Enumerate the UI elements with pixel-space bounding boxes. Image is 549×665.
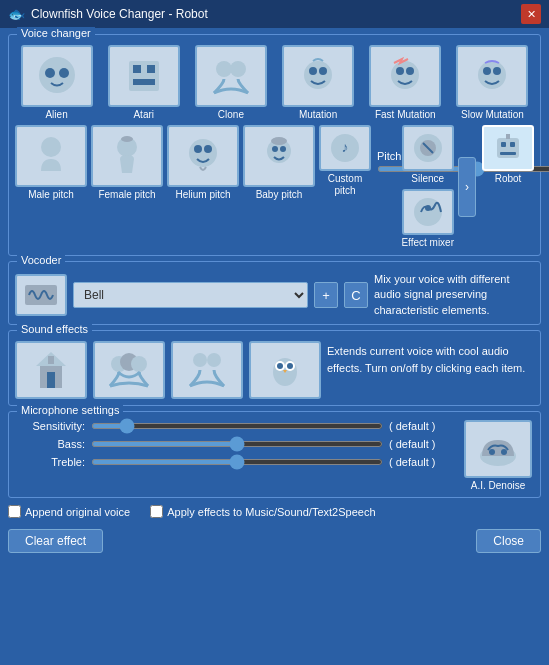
apply-effects-checkbox[interactable] bbox=[150, 505, 163, 518]
voice-item-baby-pitch[interactable]: Baby pitch bbox=[243, 125, 315, 201]
sound-item-people[interactable] bbox=[171, 341, 243, 399]
voice-changer-label: Voice changer bbox=[17, 27, 95, 39]
main-content: Voice changer Alien Atari bbox=[0, 28, 549, 665]
vocoder-label: Vocoder bbox=[17, 254, 65, 266]
svg-point-53 bbox=[277, 363, 283, 369]
voice-item-female-pitch[interactable]: Female pitch bbox=[91, 125, 163, 201]
voice-item-robot[interactable]: Robot bbox=[482, 125, 534, 185]
svg-point-57 bbox=[489, 449, 495, 455]
voice-thumb-silence bbox=[402, 125, 454, 171]
voice-label-clone: Clone bbox=[218, 109, 244, 121]
voice-label-female-pitch: Female pitch bbox=[98, 189, 155, 201]
svg-point-25 bbox=[272, 146, 278, 152]
voice-label-silence: Silence bbox=[411, 173, 444, 185]
sound-effects-group: Sound effects Extends current voice with… bbox=[8, 330, 541, 406]
mic-sensitivity-default: ( default ) bbox=[389, 420, 454, 432]
clear-effect-button[interactable]: Clear effect bbox=[8, 529, 103, 553]
close-button-main[interactable]: Close bbox=[476, 529, 541, 553]
window-title: Clownfish Voice Changer - Robot bbox=[31, 7, 208, 21]
sound-item-owl[interactable] bbox=[249, 341, 321, 399]
svg-point-47 bbox=[131, 356, 147, 372]
sound-effects-description: Extends current voice with cool audio ef… bbox=[327, 341, 534, 376]
mic-sensitivity-slider[interactable] bbox=[91, 423, 383, 429]
sound-item-church[interactable] bbox=[15, 341, 87, 399]
voice-item-fast-mutation[interactable]: Fast Mutation bbox=[364, 45, 447, 121]
voice-thumb-atari bbox=[108, 45, 180, 107]
voice-item-slow-mutation[interactable]: Slow Mutation bbox=[451, 45, 534, 121]
svg-point-48 bbox=[193, 353, 207, 367]
voice-thumb-fast-mutation bbox=[369, 45, 441, 107]
voice-item-helium-pitch[interactable]: Helium pitch bbox=[167, 125, 239, 201]
svg-point-8 bbox=[230, 61, 246, 77]
svg-rect-44 bbox=[48, 356, 54, 364]
voice-grid-top: Alien Atari Clone Mutation bbox=[15, 45, 534, 121]
sound-effects-label: Sound effects bbox=[17, 323, 92, 335]
voice-label-fast-mutation: Fast Mutation bbox=[375, 109, 436, 121]
mic-bass-slider[interactable] bbox=[91, 441, 383, 447]
apply-effects-label[interactable]: Apply effects to Music/Sound/Text2Speech bbox=[150, 505, 375, 518]
sound-item-crowd[interactable] bbox=[93, 341, 165, 399]
ai-denoise-box: A.I. Denoise bbox=[462, 420, 534, 491]
svg-rect-37 bbox=[510, 142, 515, 147]
svg-point-14 bbox=[406, 67, 414, 75]
append-original-checkbox[interactable] bbox=[8, 505, 21, 518]
ai-denoise-button[interactable] bbox=[464, 420, 532, 478]
voice-label-atari: Atari bbox=[133, 109, 154, 121]
voice-label-effect-mixer: Effect mixer bbox=[401, 237, 454, 249]
action-bar: Clear effect Close bbox=[8, 529, 541, 553]
vocoder-clear-button[interactable]: C bbox=[344, 282, 368, 308]
svg-rect-6 bbox=[133, 79, 155, 85]
svg-point-27 bbox=[271, 137, 287, 145]
voice-item-alien[interactable]: Alien bbox=[15, 45, 98, 121]
vocoder-select[interactable]: Bell Flute Guitar Piano bbox=[73, 282, 308, 308]
scroll-arrow-button[interactable]: › bbox=[458, 157, 476, 217]
voice-item-clone[interactable]: Clone bbox=[189, 45, 272, 121]
vocoder-add-button[interactable]: + bbox=[314, 282, 338, 308]
mic-treble-default: ( default ) bbox=[389, 456, 454, 468]
voice-item-mutation[interactable]: Mutation bbox=[276, 45, 359, 121]
voice-thumb-alien bbox=[21, 45, 93, 107]
mic-bass-default: ( default ) bbox=[389, 438, 454, 450]
svg-point-49 bbox=[207, 353, 221, 367]
svg-point-10 bbox=[309, 67, 317, 75]
voice-changer-group: Voice changer Alien Atari bbox=[8, 34, 541, 256]
vocoder-description: Mix your voice with different audio sign… bbox=[374, 272, 534, 318]
voice-item-silence[interactable]: Silence bbox=[401, 125, 454, 185]
voice-thumb-helium-pitch bbox=[167, 125, 239, 187]
voice-thumb-clone bbox=[195, 45, 267, 107]
voice-thumb-custom-pitch[interactable]: ♪ bbox=[319, 125, 371, 171]
svg-point-11 bbox=[319, 67, 327, 75]
mic-treble-label: Treble: bbox=[15, 456, 85, 468]
mic-bass-row: Bass: ( default ) bbox=[15, 438, 454, 450]
append-original-text: Append original voice bbox=[25, 506, 130, 518]
apply-effects-text: Apply effects to Music/Sound/Text2Speech bbox=[167, 506, 375, 518]
close-button[interactable]: ✕ bbox=[521, 4, 541, 24]
voice-thumb-female-pitch bbox=[91, 125, 163, 187]
svg-point-2 bbox=[59, 68, 69, 78]
svg-point-7 bbox=[216, 61, 232, 77]
bottom-options: Append original voice Apply effects to M… bbox=[8, 503, 541, 520]
voice-thumb-effect-mixer bbox=[402, 189, 454, 235]
svg-rect-4 bbox=[133, 65, 141, 73]
svg-rect-36 bbox=[501, 142, 506, 147]
voice-thumb-baby-pitch bbox=[243, 125, 315, 187]
svg-rect-43 bbox=[47, 372, 55, 388]
voice-item-atari[interactable]: Atari bbox=[102, 45, 185, 121]
voice-label-alien: Alien bbox=[45, 109, 67, 121]
svg-point-17 bbox=[493, 67, 501, 75]
voice-item-effect-mixer[interactable]: Effect mixer bbox=[401, 189, 454, 249]
append-original-label[interactable]: Append original voice bbox=[8, 505, 130, 518]
svg-point-58 bbox=[501, 449, 507, 455]
voice-item-male-pitch[interactable]: Male pitch bbox=[15, 125, 87, 201]
voice-thumb-robot bbox=[482, 125, 534, 171]
app-icon: 🐟 bbox=[8, 6, 25, 22]
svg-point-22 bbox=[194, 145, 202, 153]
title-bar-left: 🐟 Clownfish Voice Changer - Robot bbox=[8, 6, 208, 22]
mic-bass-label: Bass: bbox=[15, 438, 85, 450]
svg-point-16 bbox=[483, 67, 491, 75]
voice-label-helium-pitch: Helium pitch bbox=[175, 189, 230, 201]
svg-text:♪: ♪ bbox=[342, 139, 349, 155]
mic-treble-slider[interactable] bbox=[91, 459, 383, 465]
svg-point-0 bbox=[39, 57, 75, 93]
svg-rect-38 bbox=[500, 152, 516, 155]
